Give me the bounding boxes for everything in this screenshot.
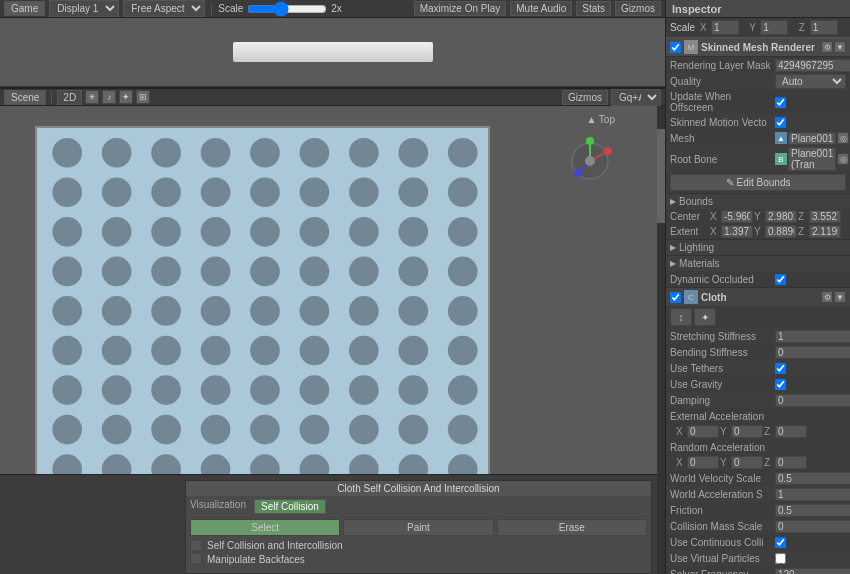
root-bone-pick[interactable]: ◎ bbox=[837, 153, 849, 165]
rand-accel-y[interactable] bbox=[731, 456, 763, 469]
rendering-layer-input[interactable] bbox=[775, 59, 850, 72]
maximize-btn[interactable]: Maximize On Play bbox=[414, 1, 507, 16]
dynamic-occluded-checkbox[interactable] bbox=[775, 274, 786, 285]
motion-vector-checkbox[interactable] bbox=[775, 117, 786, 128]
use-gravity-checkbox[interactable] bbox=[775, 379, 786, 390]
game-tab[interactable]: Game bbox=[4, 1, 45, 16]
bounds-section[interactable]: ▶ Bounds bbox=[666, 193, 850, 209]
stretching-input[interactable] bbox=[775, 330, 850, 343]
extent-z[interactable] bbox=[809, 225, 841, 238]
cloth-tool1[interactable]: ↕ bbox=[670, 308, 692, 326]
ex-label: X bbox=[710, 226, 720, 237]
scale-y-input[interactable] bbox=[760, 20, 788, 35]
damping-input[interactable] bbox=[775, 394, 850, 407]
svg-point-63 bbox=[52, 415, 82, 445]
game-canvas bbox=[0, 18, 665, 86]
world-accel-label: World Acceleration S bbox=[670, 489, 775, 500]
world-vel-input[interactable] bbox=[775, 472, 850, 485]
scene-canvas[interactable]: ▲ Top C bbox=[0, 106, 665, 574]
self-collision-tab[interactable]: Self Collision bbox=[254, 499, 326, 514]
aspect-select[interactable]: Free Aspect bbox=[123, 0, 205, 17]
scale-label: Scale bbox=[670, 22, 698, 33]
audio-btn[interactable]: ♪ bbox=[102, 90, 116, 104]
ext-accel-z[interactable] bbox=[775, 425, 807, 438]
materials-label: Materials bbox=[679, 258, 720, 269]
mesh-row: Mesh ▲ Plane001 ◎ bbox=[666, 130, 850, 146]
cloth-menu-btn[interactable]: ▼ bbox=[834, 291, 846, 303]
svg-point-70 bbox=[398, 415, 428, 445]
svg-point-61 bbox=[398, 375, 428, 405]
rand-accel-x[interactable] bbox=[687, 456, 719, 469]
ext-accel-x[interactable] bbox=[687, 425, 719, 438]
rand-accel-z[interactable] bbox=[775, 456, 807, 469]
use-tethers-checkbox[interactable] bbox=[775, 363, 786, 374]
quality-dropdown[interactable]: Auto bbox=[775, 74, 846, 89]
2d-btn[interactable]: 2D bbox=[57, 90, 82, 105]
update-offscreen-row: Update When Offscreen bbox=[666, 90, 850, 114]
solver-freq-input[interactable] bbox=[775, 568, 850, 575]
collision-mass-input[interactable] bbox=[775, 520, 850, 533]
svg-point-15 bbox=[349, 177, 379, 207]
display-select[interactable]: Display 1 bbox=[49, 0, 119, 17]
nav-btn[interactable]: ⊞ bbox=[136, 90, 150, 104]
bending-input[interactable] bbox=[775, 346, 850, 359]
cloth-name: Cloth bbox=[701, 292, 818, 303]
materials-section[interactable]: ▶ Materials bbox=[666, 255, 850, 271]
scene-tab[interactable]: Scene bbox=[4, 90, 46, 105]
scene-scrollbar-v[interactable] bbox=[657, 106, 665, 574]
scale-z-input[interactable] bbox=[810, 20, 838, 35]
select-btn[interactable]: Select bbox=[190, 519, 340, 536]
world-accel-input[interactable] bbox=[775, 488, 850, 501]
scene-scrollbar-thumb[interactable] bbox=[657, 129, 665, 223]
skinned-mesh-icon: M bbox=[684, 40, 698, 54]
world-accel-row: World Acceleration S bbox=[666, 486, 850, 502]
eax-label: X bbox=[676, 426, 686, 437]
svg-point-21 bbox=[201, 217, 231, 247]
svg-point-24 bbox=[349, 217, 379, 247]
ext-accel-y[interactable] bbox=[731, 425, 763, 438]
skinned-mesh-name: Skinned Mesh Renderer bbox=[701, 42, 818, 53]
row1-checkbox[interactable] bbox=[190, 539, 202, 551]
svg-point-16 bbox=[398, 177, 428, 207]
update-offscreen-checkbox[interactable] bbox=[775, 97, 786, 108]
game-plane-object bbox=[233, 42, 433, 62]
paint-btn[interactable]: Paint bbox=[343, 519, 493, 536]
cloth-checkbox[interactable] bbox=[670, 292, 681, 303]
mute-btn[interactable]: Mute Audio bbox=[510, 1, 572, 16]
use-virtual-checkbox[interactable] bbox=[775, 553, 786, 564]
mesh-label: Mesh bbox=[670, 133, 775, 144]
cloth-dots-svg bbox=[37, 128, 488, 484]
scale-slider[interactable] bbox=[247, 1, 327, 17]
use-continuous-checkbox[interactable] bbox=[775, 537, 786, 548]
scale-x-input[interactable] bbox=[711, 20, 739, 35]
erase-btn[interactable]: Erase bbox=[497, 519, 647, 536]
center-x[interactable] bbox=[721, 210, 753, 223]
edit-bounds-btn[interactable]: ✎ Edit Bounds bbox=[670, 174, 846, 191]
scene-gizmo[interactable] bbox=[560, 131, 620, 191]
cloth-grid bbox=[35, 126, 490, 486]
view-select[interactable]: Gq+All bbox=[611, 89, 661, 106]
rendering-layer-label: Rendering Layer Mask bbox=[670, 60, 775, 71]
extent-y[interactable] bbox=[765, 225, 797, 238]
skinned-mesh-checkbox[interactable] bbox=[670, 42, 681, 53]
component-menu-btn[interactable]: ▼ bbox=[834, 41, 846, 53]
cx-label: X bbox=[710, 211, 720, 222]
center-y[interactable] bbox=[765, 210, 797, 223]
cloth-settings-btn[interactable]: ⚙ bbox=[821, 291, 833, 303]
mesh-pick[interactable]: ◎ bbox=[837, 132, 849, 144]
row2-checkbox[interactable] bbox=[190, 553, 202, 565]
scale-value: 2x bbox=[331, 3, 347, 14]
stats-btn[interactable]: Stats bbox=[576, 1, 611, 16]
friction-input[interactable] bbox=[775, 504, 850, 517]
center-z[interactable] bbox=[809, 210, 841, 223]
extent-x[interactable] bbox=[721, 225, 753, 238]
lighting-section[interactable]: ▶ Lighting bbox=[666, 239, 850, 255]
collision-mass-label: Collision Mass Scale bbox=[670, 521, 775, 532]
component-settings-btn[interactable]: ⚙ bbox=[821, 41, 833, 53]
light-btn[interactable]: ☀ bbox=[85, 90, 99, 104]
cloth-tool2[interactable]: ✦ bbox=[694, 308, 716, 326]
effect-btn[interactable]: ✦ bbox=[119, 90, 133, 104]
gizmos-scene-btn[interactable]: Gizmos bbox=[562, 90, 608, 105]
gizmos-btn[interactable]: Gizmos bbox=[615, 1, 661, 16]
root-bone-field: B Plane001 (Tran ◎ bbox=[775, 147, 849, 171]
